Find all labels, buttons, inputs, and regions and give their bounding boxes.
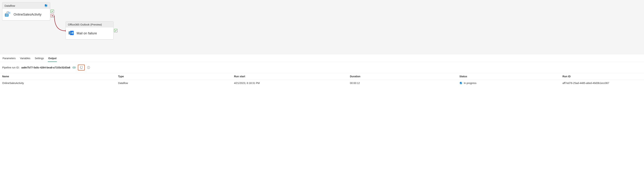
- info-icon[interactable]: [86, 66, 90, 70]
- svg-marker-15: [82, 66, 83, 67]
- spinner-icon: [44, 4, 48, 8]
- glasses-icon[interactable]: [72, 66, 76, 70]
- output-tabs: Parameters Variables Settings Output: [0, 54, 644, 62]
- activity-body: OnlineSalesActivity: [2, 9, 50, 20]
- run-id-value: aa8e7b77-5a5c-4264-bea8-a7103c52d3a8: [21, 66, 70, 69]
- table-header-row: Name Type Run start Duration Status Run …: [0, 73, 644, 80]
- output-ports: ✓: [114, 29, 117, 32]
- tab-settings[interactable]: Settings: [34, 57, 44, 62]
- activity-name: OnlineSalesActivity: [14, 13, 42, 16]
- cell-run-start: 4/21/2023, 6:18:31 PM: [232, 80, 348, 86]
- dataflow-icon: [5, 12, 11, 18]
- tab-output[interactable]: Output: [48, 57, 57, 62]
- tab-variables[interactable]: Variables: [20, 57, 30, 62]
- tab-parameters[interactable]: Parameters: [2, 57, 16, 62]
- in-progress-icon: [460, 82, 462, 84]
- table-row[interactable]: OnlineSalesActivity Dataflow 4/21/2023, …: [0, 80, 644, 86]
- col-run-id[interactable]: Run ID: [560, 73, 644, 80]
- cell-type: Dataflow: [116, 80, 232, 86]
- status-text: In progress: [464, 82, 476, 84]
- refresh-icon[interactable]: [79, 66, 83, 70]
- run-id-label: Pipeline run ID:: [2, 66, 20, 69]
- refresh-button-highlight: [78, 64, 85, 70]
- col-name[interactable]: Name: [0, 73, 116, 80]
- col-type[interactable]: Type: [116, 73, 232, 80]
- svg-rect-4: [5, 15, 8, 15]
- activity-header: Office365 Outlook (Preview): [66, 22, 113, 28]
- output-table: Name Type Run start Duration Status Run …: [0, 73, 644, 86]
- col-status[interactable]: Status: [457, 73, 560, 80]
- cell-duration: 00:00:12: [348, 80, 457, 86]
- pipeline-canvas[interactable]: Dataflow OnlineSalesActivity ✓ ✕ Office3…: [0, 0, 644, 54]
- svg-point-14: [74, 67, 76, 68]
- activity-type-label: Dataflow: [4, 4, 15, 7]
- success-port-icon[interactable]: ✓: [114, 29, 117, 32]
- activity-header: Dataflow: [2, 2, 50, 9]
- col-run-start[interactable]: Run start: [232, 73, 348, 80]
- activity-name: Mail on failure: [76, 32, 97, 35]
- cell-name: OnlineSalesActivity: [0, 80, 116, 86]
- cell-run-id: aff7ed76-25ad-4485-a6ed-49d3b1ecc067: [560, 80, 644, 86]
- activity-outlook[interactable]: Office365 Outlook (Preview) Mail on fail…: [66, 21, 114, 40]
- svg-rect-17: [88, 67, 89, 68]
- col-duration[interactable]: Duration: [348, 73, 457, 80]
- svg-rect-6: [8, 12, 10, 14]
- activity-body: Mail on failure: [66, 28, 113, 39]
- svg-rect-5: [5, 16, 8, 16]
- activity-dataflow[interactable]: Dataflow OnlineSalesActivity: [2, 2, 50, 20]
- failure-port-icon[interactable]: ✕: [51, 14, 54, 18]
- success-port-icon[interactable]: ✓: [51, 10, 54, 13]
- output-ports: ✓ ✕: [51, 10, 54, 18]
- run-id-row: Pipeline run ID: aa8e7b77-5a5c-4264-bea8…: [0, 62, 644, 73]
- svg-rect-18: [88, 67, 89, 67]
- svg-rect-3: [5, 14, 8, 14]
- cell-status: In progress: [457, 80, 560, 86]
- activity-type-label: Office365 Outlook (Preview): [68, 23, 102, 26]
- outlook-icon: [68, 30, 74, 37]
- svg-point-13: [72, 67, 74, 68]
